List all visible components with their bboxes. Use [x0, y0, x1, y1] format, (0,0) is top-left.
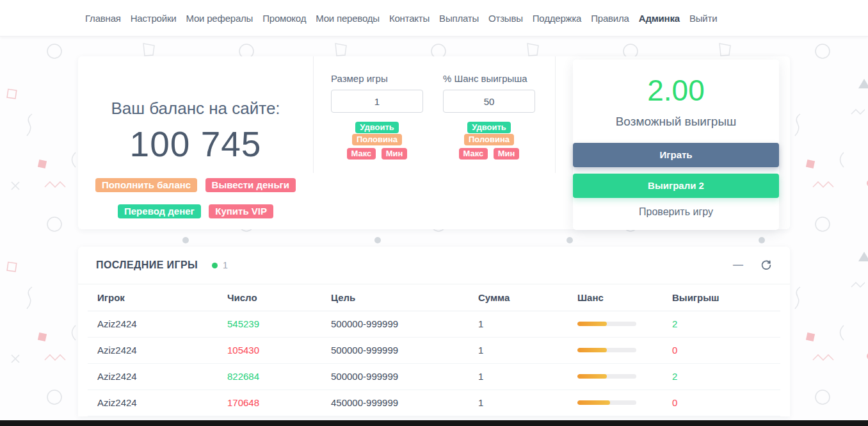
column-chance: Шанс	[577, 284, 672, 311]
cell-number: 170648	[227, 389, 331, 416]
bet-size-label: Размер игры	[331, 73, 423, 84]
table-row: Aziz2424 170648 450000-999999 1 0	[88, 389, 780, 416]
refresh-icon[interactable]	[760, 259, 772, 271]
won-button-count: 2	[699, 180, 704, 191]
table-row: Aziz2424 822684 500000-999999 1 2	[88, 363, 780, 389]
column-win: Выигрыш	[672, 284, 780, 311]
cell-amount: 1	[478, 389, 577, 416]
balance-actions: Пополнить баланс Вывести деньги Перевод …	[78, 178, 313, 218]
cell-amount: 1	[478, 337, 577, 363]
cell-win: 0	[672, 389, 780, 416]
balance-section: Ваш баланс на сайте: 100 745 Пополнить б…	[78, 56, 313, 229]
table-row: Aziz2424 105430 500000-999999 1 0	[88, 337, 780, 363]
cell-number: 822684	[227, 363, 331, 389]
cell-chance	[577, 389, 672, 416]
cell-chance	[577, 363, 672, 389]
nav-item-rules[interactable]: Правила	[591, 13, 629, 24]
balance-amount: 100 745	[78, 124, 313, 165]
bet-half-button[interactable]: Половина	[352, 134, 402, 145]
cell-player: Aziz2424	[88, 311, 227, 337]
balance-title: Ваш баланс на сайте:	[78, 99, 313, 119]
possible-win-value: 2.00	[573, 73, 779, 108]
chance-bar	[577, 400, 636, 405]
cell-win: 0	[672, 337, 780, 363]
cell-player: Aziz2424	[88, 363, 227, 389]
play-card: 2.00 Возможный выигрыш Играть Выиграли 2…	[573, 60, 779, 230]
possible-win-label: Возможный выигрыш	[573, 115, 779, 129]
won-button[interactable]: Выиграли 2	[573, 174, 779, 198]
win-chance-input[interactable]	[443, 90, 535, 113]
check-game-link[interactable]: Проверить игру	[639, 206, 713, 218]
win-chance-group: % Шанс выигрыша Удвоить Половина Макс Ми…	[443, 73, 535, 229]
chance-bar	[577, 322, 636, 326]
cell-chance	[577, 337, 672, 363]
nav-item-main[interactable]: Главная	[85, 13, 121, 24]
live-count: 1	[223, 260, 228, 270]
transfer-money-button[interactable]: Перевод денег	[118, 204, 201, 218]
bet-size-input[interactable]	[331, 90, 423, 113]
live-dot-icon	[212, 263, 218, 268]
cell-target: 500000-999999	[331, 337, 478, 363]
cell-number: 545239	[227, 311, 331, 337]
bet-controls-section: Размер игры Удвоить Половина Макс Мин % …	[313, 56, 556, 229]
column-amount: Сумма	[478, 284, 577, 311]
nav-item-reviews[interactable]: Отзывы	[488, 13, 523, 24]
bet-min-button[interactable]: Мин	[382, 148, 408, 160]
chance-max-button[interactable]: Макс	[459, 148, 488, 160]
last-games-header: ПОСЛЕДНИЕ ИГРЫ 1 —	[78, 247, 790, 284]
bottom-page-edge	[0, 420, 868, 426]
bet-double-button[interactable]: Удвоить	[355, 122, 399, 133]
nav-item-transfers[interactable]: Мои переводы	[316, 13, 380, 24]
buy-vip-button[interactable]: Купить VIP	[209, 204, 273, 218]
chance-bar	[577, 348, 636, 352]
chance-half-button[interactable]: Половина	[464, 134, 514, 145]
nav-item-promocode[interactable]: Промокод	[262, 13, 306, 24]
bet-size-group: Размер игры Удвоить Половина Макс Мин	[331, 73, 423, 229]
cell-target: 450000-999999	[331, 389, 478, 416]
nav-item-logout[interactable]: Выйти	[689, 13, 717, 24]
nav-item-admin[interactable]: Админка	[639, 13, 680, 24]
table-row: Aziz2424 545239 500000-999999 1 2	[88, 311, 780, 337]
withdraw-money-button[interactable]: Вывести деньги	[205, 178, 296, 192]
nav-item-contacts[interactable]: Контакты	[389, 13, 430, 24]
top-navigation: Главная Настройки Мои рефералы Промокод …	[0, 0, 868, 37]
last-games-panel: ПОСЛЕДНИЕ ИГРЫ 1 — Игрок Число	[78, 247, 790, 416]
cell-amount: 1	[478, 311, 577, 337]
chance-bar	[577, 374, 636, 379]
cell-target: 500000-999999	[331, 363, 478, 389]
topup-balance-button[interactable]: Пополнить баланс	[95, 178, 197, 192]
cell-player: Aziz2424	[88, 337, 227, 363]
last-games-title: ПОСЛЕДНИЕ ИГРЫ	[96, 259, 198, 271]
cell-target: 500000-999999	[331, 311, 478, 337]
collapse-icon[interactable]: —	[733, 259, 743, 271]
play-button[interactable]: Играть	[573, 143, 779, 167]
nav-item-referrals[interactable]: Мои рефералы	[186, 13, 253, 24]
bet-max-button[interactable]: Макс	[347, 148, 376, 160]
cell-chance	[577, 311, 672, 337]
chance-double-button[interactable]: Удвоить	[467, 122, 511, 133]
nav-item-payouts[interactable]: Выплаты	[439, 13, 479, 24]
cell-win: 2	[672, 363, 780, 389]
cell-number: 105430	[227, 337, 331, 363]
chance-min-button[interactable]: Мин	[494, 148, 520, 160]
play-section: 2.00 Возможный выигрыш Играть Выиграли 2…	[556, 56, 790, 229]
last-games-table: Игрок Число Цель Сумма Шанс Выигрыш Aziz…	[88, 284, 780, 416]
win-chance-label: % Шанс выигрыша	[443, 73, 535, 84]
table-header-row: Игрок Число Цель Сумма Шанс Выигрыш	[88, 284, 780, 311]
won-button-label: Выиграли	[648, 180, 696, 191]
cell-win: 2	[672, 311, 780, 337]
cell-amount: 1	[478, 363, 577, 389]
nav-item-support[interactable]: Поддержка	[533, 13, 581, 24]
game-panel: Ваш баланс на сайте: 100 745 Пополнить б…	[78, 56, 790, 229]
nav-item-settings[interactable]: Настройки	[131, 13, 177, 24]
column-target: Цель	[331, 284, 478, 311]
column-player: Игрок	[88, 284, 227, 311]
column-number: Число	[227, 284, 331, 311]
cell-player: Aziz2424	[88, 389, 227, 416]
